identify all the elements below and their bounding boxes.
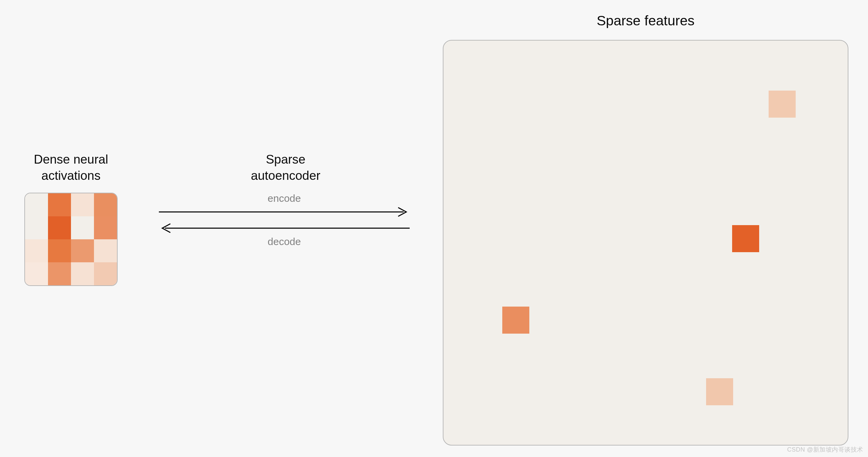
sae-title-line1: Sparse [266,152,305,166]
encode-label: encode [268,193,301,204]
dense-cell [48,262,71,285]
dense-cell [71,216,94,239]
arrows-container: encode decode [159,193,410,254]
dense-cell [71,239,94,262]
sparse-features-box [443,40,848,446]
dense-cell [48,239,71,262]
arrow-right-icon [159,207,410,217]
watermark-text: CSDN @新加坡内哥谈技术 [787,446,863,454]
sparse-autoencoder-title: Sparse autoencoder [242,151,330,184]
dense-cell [48,193,71,216]
encode-arrow-row: encode [159,193,410,217]
dense-cell [25,193,48,216]
dense-cell [25,262,48,285]
dense-cell [71,193,94,216]
sparse-feature-cell [706,378,733,405]
dense-title-line1: Dense neural [34,152,108,166]
sparse-feature-cell [502,307,529,334]
sparse-feature-cell [769,91,796,118]
dense-cell [94,193,117,216]
decode-arrow-row: decode [159,223,410,247]
sparse-feature-cell [732,225,759,252]
dense-cell [48,216,71,239]
arrow-left-icon [159,223,410,233]
sae-title-line2: autoencoder [251,169,320,183]
dense-activations-title: Dense neural activations [19,151,123,184]
dense-title-line2: activations [42,169,101,183]
dense-activations-grid [24,193,118,286]
decode-label: decode [268,236,301,247]
sparse-features-title: Sparse features [443,13,848,29]
dense-cell [25,216,48,239]
dense-cell [94,216,117,239]
dense-cell [71,262,94,285]
dense-cell [94,262,117,285]
dense-cell [25,239,48,262]
dense-cell [94,239,117,262]
